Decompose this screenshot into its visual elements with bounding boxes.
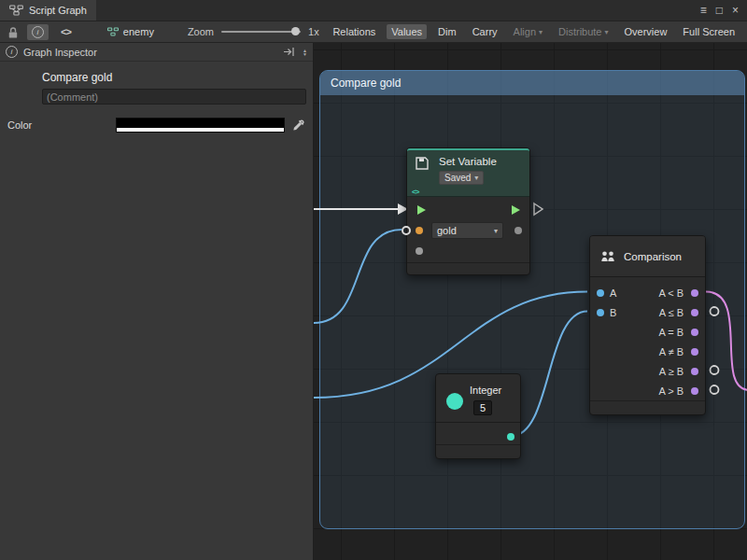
- info-icon: i: [32, 26, 44, 38]
- save-variable-icon: <>: [414, 155, 432, 196]
- chevron-down-icon: ▾: [474, 172, 478, 184]
- comment-input[interactable]: [42, 89, 306, 105]
- chevron-down-icon: ▾: [605, 28, 609, 36]
- value-input-port[interactable]: [416, 247, 423, 255]
- integer-value-field[interactable]: 5: [473, 400, 492, 415]
- comparison-row: A ≥ B: [590, 361, 705, 381]
- zoom-slider[interactable]: [221, 31, 301, 33]
- output-port-equal[interactable]: [691, 329, 698, 336]
- variable-name-port[interactable]: [416, 227, 423, 234]
- variable-kind-label: Saved: [444, 172, 471, 184]
- eyedropper-icon[interactable]: [291, 119, 305, 133]
- integer-output-port[interactable]: [507, 433, 514, 441]
- graph-canvas[interactable]: Compare gold: [314, 43, 747, 560]
- color-row: Color: [0, 118, 313, 133]
- code-icon: <>: [412, 188, 418, 196]
- dim-button[interactable]: Dim: [433, 24, 461, 39]
- zoom-slider-knob[interactable]: [291, 27, 300, 35]
- unity-window: Script Graph ≡ □ × i <>: [0, 0, 747, 560]
- window-menu-icon[interactable]: ≡: [700, 5, 707, 16]
- relations-button[interactable]: Relations: [328, 24, 380, 39]
- pane-spinner[interactable]: ▲▼: [303, 49, 307, 56]
- fullscreen-button[interactable]: Full Screen: [678, 24, 740, 39]
- lock-icon[interactable]: [6, 25, 20, 39]
- variable-name-dropdown[interactable]: gold ▾: [431, 222, 503, 239]
- output-label: A ≤ B: [659, 307, 684, 318]
- output-label: A ≠ B: [659, 346, 684, 357]
- variable-kind-dropdown[interactable]: Saved ▾: [439, 171, 484, 185]
- value-output-port[interactable]: [514, 227, 522, 234]
- output-port-less-equal[interactable]: [691, 309, 698, 316]
- output-port-greater[interactable]: [691, 387, 698, 395]
- alpha-bar: [117, 127, 284, 132]
- code-view-button[interactable]: <>: [56, 24, 76, 39]
- graph-reference-label: enemy: [123, 26, 154, 37]
- dock-icon[interactable]: [283, 47, 295, 57]
- overview-button[interactable]: Overview: [620, 24, 672, 39]
- comparison-row: B A ≤ B: [590, 302, 705, 322]
- output-label: A < B: [658, 287, 684, 299]
- output-port-less[interactable]: [691, 289, 698, 297]
- distribute-label: Distribute: [558, 26, 601, 37]
- variable-name-label: gold: [437, 225, 457, 236]
- output-port-not-equal[interactable]: [691, 348, 698, 356]
- align-label: Align: [514, 26, 536, 37]
- zoom-value: 1x: [308, 26, 319, 37]
- comparison-row: A = B: [590, 322, 705, 342]
- graph-inspector-panel: i Graph Inspector ▲▼ Compare gold Color: [0, 43, 314, 560]
- script-graph-icon: [9, 5, 23, 16]
- flow-output-port[interactable]: [512, 205, 520, 215]
- toolbar-buttons: Relations Values Dim Carry Align ▾ Distr…: [328, 24, 741, 39]
- comparison-icon: [600, 250, 615, 263]
- color-swatch[interactable]: [116, 118, 285, 133]
- group-header[interactable]: Compare gold: [320, 71, 744, 95]
- zoom-control: Zoom 1x: [188, 26, 319, 37]
- output-port-greater-equal[interactable]: [691, 368, 698, 375]
- value-input-port-ring[interactable]: [402, 226, 411, 235]
- tab-title: Script Graph: [29, 5, 87, 16]
- flow-input-port[interactable]: [417, 205, 426, 215]
- chevron-down-icon: ▾: [494, 227, 498, 235]
- node-title: Integer: [470, 385, 501, 396]
- comparison-row: A > B: [590, 381, 705, 400]
- node-title: Comparison: [624, 251, 682, 262]
- output-label: A = B: [658, 327, 684, 338]
- input-port-a[interactable]: [597, 289, 604, 297]
- carry-button[interactable]: Carry: [468, 24, 502, 39]
- inspector-header-title: Graph Inspector: [23, 47, 97, 58]
- values-button[interactable]: Values: [387, 24, 427, 39]
- info-icon: i: [6, 46, 18, 58]
- align-button[interactable]: Align ▾: [509, 24, 547, 39]
- node-comparison[interactable]: Comparison A A < B B A ≤ B: [589, 235, 706, 415]
- integer-type-icon: [446, 393, 463, 410]
- graph-title: Compare gold: [42, 71, 313, 84]
- code-icon: <>: [61, 26, 71, 37]
- comparison-rows: A A < B B A ≤ B A = B: [590, 283, 705, 400]
- graph-toolbar: i <> enemy Zoom 1x Relations: [0, 21, 747, 43]
- input-label: A: [610, 287, 616, 299]
- comparison-row: A ≠ B: [590, 342, 705, 361]
- titlebar: Script Graph ≡ □ ×: [0, 0, 747, 21]
- output-label: A > B: [658, 385, 684, 397]
- color-label: Color: [7, 119, 116, 131]
- node-footer-divider: [590, 400, 705, 401]
- input-label: B: [610, 307, 616, 318]
- graph-inspector-body: Compare gold Color: [0, 62, 313, 133]
- set-variable-header: <> Set Variable Saved ▾: [407, 148, 529, 197]
- chevron-down-icon: ▾: [539, 28, 543, 36]
- input-port-b[interactable]: [597, 309, 604, 316]
- maximize-icon[interactable]: □: [716, 5, 723, 16]
- zoom-label: Zoom: [188, 26, 214, 37]
- window-controls: ≡ □ ×: [700, 0, 747, 21]
- comparison-row: A A < B: [590, 283, 705, 302]
- inspector-toggle-button[interactable]: i: [27, 24, 49, 40]
- graph-inspector-header: i Graph Inspector ▲▼: [0, 43, 313, 62]
- distribute-button[interactable]: Distribute ▾: [554, 24, 613, 39]
- close-icon[interactable]: ×: [732, 5, 739, 16]
- graph-reference[interactable]: enemy: [107, 26, 154, 37]
- node-footer-divider: [436, 444, 520, 445]
- node-set-variable[interactable]: <> Set Variable Saved ▾ gold: [406, 147, 530, 275]
- node-title: Set Variable: [439, 156, 497, 167]
- tab-script-graph[interactable]: Script Graph: [0, 0, 96, 21]
- node-integer[interactable]: Integer 5: [435, 373, 521, 459]
